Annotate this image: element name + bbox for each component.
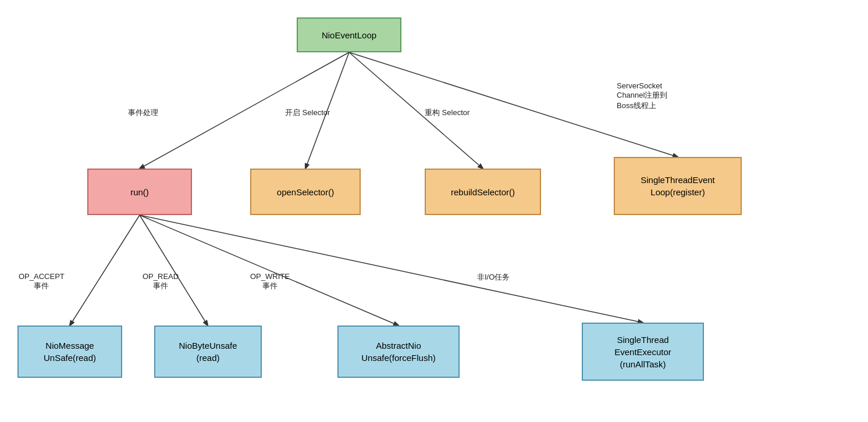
label-non-io: 非I/O任务 bbox=[477, 272, 510, 282]
label-server-socket: ServerSocket Channel注册到 Boss线程上 bbox=[617, 81, 667, 111]
label-op-read: OP_READ 事件 bbox=[143, 272, 179, 291]
node-nioyteunsafe: NioByteUnsafe (read) bbox=[154, 326, 262, 378]
node-abstractniounsafe: AbstractNio Unsafe(forceFlush) bbox=[337, 326, 460, 378]
label-op-write: OP_WRITE 事件 bbox=[250, 272, 290, 291]
diagram: NioEventLoop run() openSelector() rebuil… bbox=[0, 0, 868, 422]
label-rebuild-selector: 重构 Selector bbox=[425, 108, 469, 118]
node-openselector: openSelector() bbox=[250, 169, 361, 215]
node-nioeventloop: NioEventLoop bbox=[297, 17, 401, 52]
svg-line-4 bbox=[70, 215, 140, 326]
node-singlethreadeventloop: SingleThreadEvent Loop(register) bbox=[614, 157, 742, 215]
node-run: run() bbox=[87, 169, 192, 215]
label-open-selector: 开启 Selector bbox=[285, 108, 330, 118]
svg-line-6 bbox=[140, 215, 399, 326]
svg-line-7 bbox=[140, 215, 643, 323]
label-event-handle: 事件处理 bbox=[128, 108, 158, 118]
node-singlethreadeventexecutor: SingleThread EventExecutor (runAllTask) bbox=[582, 323, 704, 381]
node-rebuildselector: rebuildSelector() bbox=[425, 169, 541, 215]
label-op-accept: OP_ACCEPT 事件 bbox=[19, 272, 65, 291]
svg-line-5 bbox=[140, 215, 208, 326]
node-niomessageunsafe: NioMessage UnSafe(read) bbox=[17, 326, 122, 378]
